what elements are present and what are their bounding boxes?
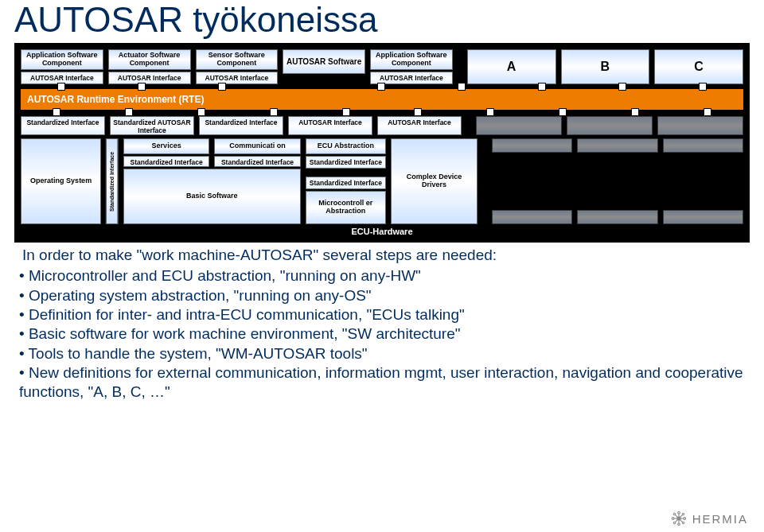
ghost-interface-a	[476, 116, 562, 135]
svg-point-13	[673, 522, 675, 523]
bullets-lead: In order to make "work machine-AUTOSAR" …	[22, 246, 750, 265]
hermia-logo: HERMIA	[670, 510, 748, 527]
ghost-block	[492, 138, 572, 153]
ghost-block	[663, 138, 743, 153]
ellipsis: ..............	[283, 76, 365, 84]
logo-text: HERMIA	[692, 512, 748, 526]
ghost-block	[492, 210, 572, 224]
communication-block: Communicati on	[214, 138, 300, 154]
svg-line-14	[675, 520, 677, 522]
standardized-autosar-interface: Standardized AUTOSAR Interface	[110, 116, 194, 135]
basic-software-block: Basic Software	[123, 169, 301, 224]
bullet-item: Microcontroller and ECU abstraction, "ru…	[19, 266, 750, 285]
ghost-block	[663, 210, 743, 224]
logo-icon	[670, 510, 688, 527]
autosar-interface: AUTOSAR Interface	[196, 72, 279, 84]
extension-b: B	[561, 49, 650, 84]
standardized-interface: Standardized Interface	[199, 116, 283, 135]
page-title: AUTOSAR työkoneissa	[14, 0, 750, 40]
autosar-software: AUTOSAR Software	[283, 49, 365, 74]
ecu-abstraction-block: ECU Abstraction	[306, 138, 386, 154]
standardized-interface: Standardized Interface	[214, 156, 300, 167]
app-sw-component-2: Application Software Component	[370, 49, 453, 70]
ghost-interface-b	[567, 116, 653, 135]
architecture-diagram: Application Software Component AUTOSAR I…	[14, 43, 750, 243]
autosar-interface: AUTOSAR Interface	[288, 116, 372, 135]
standardized-interface: Standardized Interface	[123, 156, 209, 167]
ghost-interface-c	[657, 116, 743, 135]
svg-point-1	[677, 511, 680, 514]
microcontroller-abstraction-block: Microcontroll er Abstraction	[306, 191, 386, 224]
autosar-interface: AUTOSAR Interface	[377, 116, 462, 135]
sensor-sw-component: Sensor Software Component	[196, 49, 279, 70]
svg-line-10	[675, 515, 677, 517]
bullet-item: Operating system abstraction, "running o…	[19, 286, 750, 305]
complex-device-drivers: Complex Device Drivers	[391, 138, 477, 224]
svg-point-9	[673, 513, 675, 515]
app-sw-component-1: Application Software Component	[21, 49, 103, 70]
bullet-text: In order to make "work machine-AUTOSAR" …	[14, 246, 750, 402]
extension-c: C	[654, 49, 743, 84]
actuator-sw-component: Actuator Software Component	[108, 49, 191, 70]
bullet-item: Tools to handle the system, "WM-AUTOSAR …	[19, 344, 750, 363]
ghost-block	[577, 138, 657, 153]
standardized-interface: Standardized Interface	[306, 177, 386, 189]
ecu-hardware-label: ECU-Hardware	[21, 227, 743, 236]
svg-point-5	[672, 518, 674, 520]
standardized-interface-vertical: Standardized Interface	[106, 138, 119, 224]
bullet-item: Basic software for work machine environm…	[19, 324, 750, 344]
svg-line-16	[680, 520, 682, 522]
extension-a: A	[467, 49, 556, 84]
standardized-interface: Standardized Interface	[306, 156, 386, 169]
bullet-item: New definitions for external communicati…	[19, 363, 750, 402]
svg-line-12	[680, 515, 682, 517]
autosar-interface: AUTOSAR Interface	[108, 72, 191, 84]
rte-layer: AUTOSAR Runtime Environment (RTE)	[21, 89, 743, 110]
ghost-block	[577, 210, 657, 224]
svg-point-7	[684, 518, 686, 520]
interface-ports-mid	[21, 108, 743, 116]
bullet-item: Definition for inter- and intra-ECU comm…	[19, 305, 750, 324]
operating-system: Operating System	[21, 138, 101, 224]
svg-point-3	[677, 523, 680, 526]
standardized-interface: Standardized Interface	[21, 116, 105, 135]
svg-point-11	[682, 513, 684, 515]
svg-point-15	[682, 522, 684, 523]
services-block: Services	[123, 138, 209, 154]
